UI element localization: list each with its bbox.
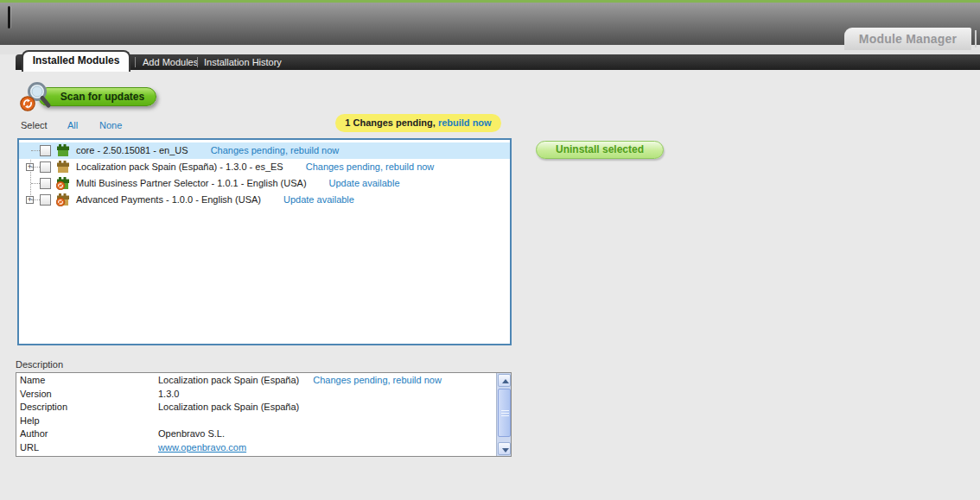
window-title-separator: [975, 30, 977, 47]
tab-separator: [135, 57, 136, 67]
module-package-icon: [56, 193, 70, 206]
module-status-link[interactable]: Update available: [283, 194, 354, 205]
header-band: [0, 45, 980, 54]
description-section-label: Description: [16, 359, 63, 370]
scrollbar-thumb[interactable]: [498, 389, 511, 437]
arrow-down-icon: [502, 448, 509, 453]
module-name: Multi Business Partner Selector - 1.0.1 …: [76, 178, 307, 188]
tab-installed-modules[interactable]: Installed Modules: [22, 50, 130, 72]
toolbar-handle[interactable]: [8, 6, 10, 28]
module-name: Advanced Payments - 1.0.0 - English (USA…: [76, 194, 261, 205]
installed-modules-tree: + core - 2.50.15081 - en_USChanges pendi…: [17, 138, 512, 345]
module-package-icon: [56, 160, 70, 174]
magnifier-refresh-icon[interactable]: [19, 80, 52, 113]
module-name: Localization pack Spain (España) - 1.3.0…: [76, 161, 283, 172]
description-field-value: Localization pack Spain (España): [158, 401, 299, 415]
tab-separator: [197, 57, 198, 67]
window-title-tab: Module Manager: [844, 28, 971, 50]
tab-installation-history[interactable]: Installation History: [204, 54, 282, 70]
scroll-down-button[interactable]: [498, 442, 511, 455]
description-field-label: URL: [16, 441, 158, 455]
tree-connector-stub: [31, 167, 40, 168]
description-row: Version 1.3.0: [16, 388, 493, 402]
changes-pending-text: 1 Changes pending,: [345, 117, 436, 128]
description-field-label: Version: [16, 388, 158, 402]
tab-add-modules[interactable]: Add Modules: [143, 54, 198, 70]
description-field-value: Localization pack Spain (España): [158, 374, 299, 388]
description-field-label: Help: [16, 415, 158, 428]
description-field-value: Openbravo S.L.: [158, 427, 225, 441]
module-status-link[interactable]: Update available: [329, 178, 400, 188]
module-package-icon: [56, 143, 70, 157]
select-label: Select: [21, 120, 48, 130]
tab-strip: Add Modules Installation History: [16, 54, 980, 70]
module-checkbox[interactable]: [40, 145, 51, 156]
tree-connector-stub: [31, 199, 40, 200]
scan-for-updates-button[interactable]: Scan for updates: [38, 87, 156, 106]
module-tree-row: + Advanced Payments - 1.0.0 - English (U…: [19, 192, 510, 208]
description-field-value: www.openbravo.com: [158, 441, 246, 455]
module-checkbox[interactable]: [40, 161, 51, 173]
arrow-up-icon: [502, 379, 509, 383]
module-tree-row: + Localization pack Spain (España) - 1.3…: [19, 159, 510, 175]
update-badge-icon: [56, 198, 65, 206]
description-row: Description Localization pack Spain (Esp…: [16, 401, 493, 415]
module-tree-row: + Multi Business Partner Selector - 1.0.…: [19, 175, 510, 192]
description-row: URL www.openbravo.com: [16, 441, 493, 455]
top-toolbar: [0, 3, 980, 45]
changes-pending-banner: 1 Changes pending, rebuild now: [335, 114, 501, 132]
module-checkbox[interactable]: [40, 178, 51, 189]
description-field-label: Name: [16, 374, 158, 388]
tree-connector-stub: [31, 183, 40, 184]
description-row: Help: [16, 415, 493, 428]
description-status-link[interactable]: Changes pending, rebuild now: [313, 374, 442, 388]
module-package-icon: [56, 176, 70, 190]
description-scrollbar[interactable]: [496, 373, 511, 456]
description-field-label: Author: [16, 427, 158, 441]
rebuild-now-link[interactable]: rebuild now: [438, 117, 492, 128]
module-tree-row: + core - 2.50.15081 - en_USChanges pendi…: [19, 142, 510, 159]
scroll-up-button[interactable]: [498, 374, 511, 387]
description-field-label: Description: [16, 401, 158, 415]
description-panel: Name Localization pack Spain (España) Ch…: [16, 372, 512, 457]
description-row: Author Openbravo S.L.: [16, 427, 493, 441]
top-accent-line: [0, 0, 980, 3]
module-checkbox[interactable]: [40, 194, 51, 206]
select-all-link[interactable]: All: [67, 120, 78, 130]
module-status-link[interactable]: Changes pending, rebuild now: [306, 161, 435, 172]
description-row: Name Localization pack Spain (España) Ch…: [16, 374, 493, 388]
tree-connector-stub: [31, 150, 40, 151]
module-status-link[interactable]: Changes pending, rebuild now: [211, 145, 340, 155]
module-manager-screen: Module Manager Add Modules Installation …: [0, 0, 980, 500]
update-badge-icon: [56, 181, 65, 190]
select-none-link[interactable]: None: [99, 120, 122, 130]
module-name: core - 2.50.15081 - en_US: [76, 145, 188, 155]
description-field-value: 1.3.0: [158, 388, 179, 402]
scrollbar-grip-icon: [501, 410, 509, 417]
uninstall-selected-button[interactable]: Uninstall selected: [536, 141, 664, 159]
